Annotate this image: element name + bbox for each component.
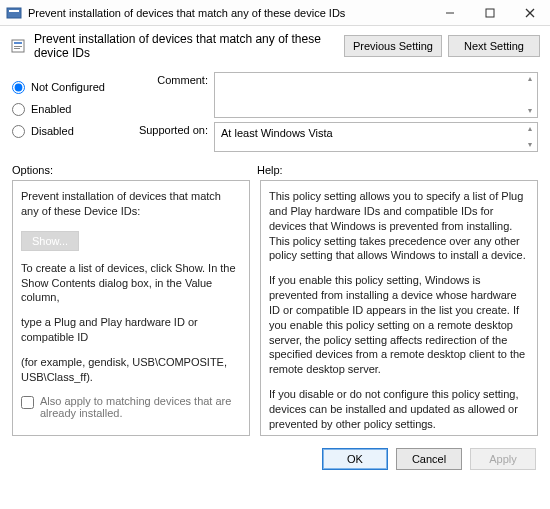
policy-icon (10, 38, 26, 54)
scroll-down-icon[interactable]: ▾ (524, 140, 536, 150)
config-area: Not Configured Enabled Disabled Comment:… (0, 68, 550, 162)
also-apply-checkbox[interactable] (21, 396, 34, 409)
policy-header: Prevent installation of devices that mat… (0, 26, 550, 68)
supported-scroll-arrows: ▴ ▾ (524, 124, 536, 150)
radio-enabled[interactable]: Enabled (12, 98, 132, 120)
column-labels: Options: Help: (0, 162, 550, 180)
next-setting-button[interactable]: Next Setting (448, 35, 540, 57)
comment-label: Comment: (132, 72, 214, 118)
options-example: (for example, gendisk, USB\COMPOSITE, US… (21, 355, 241, 385)
scroll-up-icon[interactable]: ▴ (524, 124, 536, 134)
options-heading: Prevent installation of devices that mat… (21, 189, 241, 219)
radio-not-configured[interactable]: Not Configured (12, 76, 132, 98)
radio-enabled-label: Enabled (31, 103, 71, 115)
minimize-button[interactable] (430, 0, 470, 25)
window-title: Prevent installation of devices that mat… (28, 7, 430, 19)
svg-rect-8 (14, 46, 22, 47)
radio-enabled-input[interactable] (12, 103, 25, 116)
svg-rect-9 (14, 48, 20, 49)
supported-value: At least Windows Vista (221, 127, 333, 139)
title-bar: Prevent installation of devices that mat… (0, 0, 550, 26)
radio-disabled-input[interactable] (12, 125, 25, 138)
help-column-label: Help: (257, 164, 283, 176)
previous-setting-button[interactable]: Previous Setting (344, 35, 442, 57)
radio-not-configured-label: Not Configured (31, 81, 105, 93)
also-apply-label: Also apply to matching devices that are … (40, 395, 241, 419)
cancel-button[interactable]: Cancel (396, 448, 462, 470)
scroll-up-icon[interactable]: ▴ (524, 74, 536, 84)
supported-box: At least Windows Vista ▴ ▾ (214, 122, 538, 152)
svg-rect-3 (486, 9, 494, 17)
comment-input[interactable]: ▴ ▾ (214, 72, 538, 118)
window-controls (430, 0, 550, 25)
app-icon (6, 5, 22, 21)
maximize-button[interactable] (470, 0, 510, 25)
radio-not-configured-input[interactable] (12, 81, 25, 94)
help-panel: This policy setting allows you to specif… (260, 180, 538, 436)
state-radios: Not Configured Enabled Disabled (12, 72, 132, 156)
help-paragraph-3: If you disable or do not configure this … (269, 387, 529, 432)
close-button[interactable] (510, 0, 550, 25)
supported-label: Supported on: (132, 122, 214, 152)
field-column: Comment: ▴ ▾ Supported on: At least Wind… (132, 72, 538, 156)
svg-rect-1 (9, 10, 19, 12)
scroll-down-icon[interactable]: ▾ (524, 106, 536, 116)
show-button[interactable]: Show... (21, 231, 79, 251)
options-instruction-2: type a Plug and Play hardware ID or comp… (21, 315, 241, 345)
options-column-label: Options: (12, 164, 257, 176)
policy-title: Prevent installation of devices that mat… (34, 32, 338, 60)
svg-rect-7 (14, 42, 22, 44)
also-apply-row[interactable]: Also apply to matching devices that are … (21, 395, 241, 419)
ok-button[interactable]: OK (322, 448, 388, 470)
radio-disabled[interactable]: Disabled (12, 120, 132, 142)
panels-row: Prevent installation of devices that mat… (0, 180, 550, 442)
radio-disabled-label: Disabled (31, 125, 74, 137)
button-bar: OK Cancel Apply (0, 442, 550, 480)
comment-scroll-arrows: ▴ ▾ (524, 74, 536, 116)
help-paragraph-2: If you enable this policy setting, Windo… (269, 273, 529, 377)
svg-rect-0 (7, 8, 21, 18)
help-paragraph-1: This policy setting allows you to specif… (269, 189, 529, 263)
options-instruction-1: To create a list of devices, click Show.… (21, 261, 241, 306)
options-panel: Prevent installation of devices that mat… (12, 180, 250, 436)
apply-button[interactable]: Apply (470, 448, 536, 470)
